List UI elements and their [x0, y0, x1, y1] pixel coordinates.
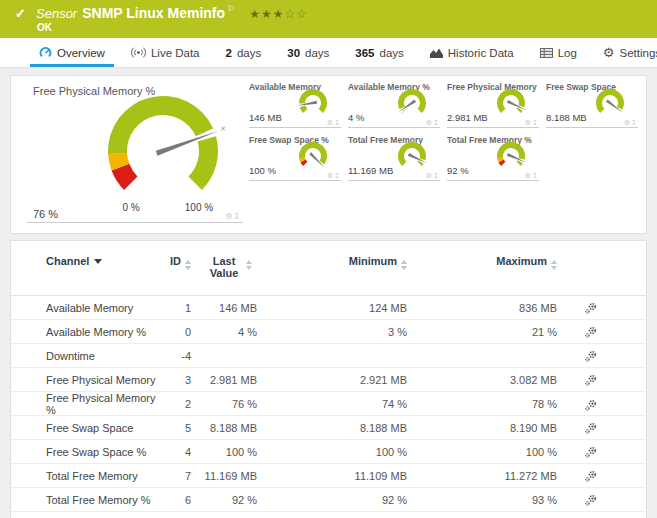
mini-gauge-value: 11.169 MB: [348, 165, 393, 176]
mini-gauge-value: 92 %: [447, 165, 469, 176]
column-header-id[interactable]: ID: [166, 255, 196, 270]
pin-icon[interactable]: ↧: [334, 172, 341, 179]
pin-icon[interactable]: ↧: [532, 172, 539, 179]
channel-table-panel: Channel ID Last Value Minimum Maximum Av…: [10, 240, 647, 518]
gadget-actions[interactable]: ⚙↧: [624, 119, 638, 127]
channel-name-cell: Available Memory: [46, 302, 166, 314]
column-header-minimum[interactable]: Minimum: [262, 255, 412, 270]
table-row: Available Memory 1 146 MB 124 MB 836 MB: [11, 296, 646, 320]
pin-icon[interactable]: ↧: [631, 119, 638, 126]
mini-gauge: [489, 139, 535, 173]
tab-365-days[interactable]: 365 days: [342, 38, 416, 67]
gadget-actions[interactable]: ⚙↧: [426, 172, 440, 180]
edit-channel-button[interactable]: [562, 301, 646, 314]
mini-gauge-value: 4 %: [348, 112, 364, 123]
gadget-actions[interactable]: ⚙↧: [327, 172, 341, 180]
tab-settings[interactable]: ⚙ Settings: [590, 38, 657, 67]
edit-channel-button[interactable]: [562, 397, 646, 410]
channel-name-cell: Available Memory %: [46, 326, 166, 338]
gadget-actions[interactable]: ⚙↧: [327, 119, 341, 127]
tab-overview[interactable]: Overview: [26, 38, 118, 67]
tab-live-data[interactable]: Live Data: [118, 38, 213, 67]
mini-gauge-value: 8.188 MB: [546, 112, 587, 123]
priority-stars[interactable]: ★★★☆☆: [249, 7, 308, 21]
column-header-channel[interactable]: Channel: [46, 255, 166, 267]
table-row: Free Swap Space 5 8.188 MB 8.188 MB 8.19…: [11, 416, 646, 440]
column-header-maximum[interactable]: Maximum: [412, 255, 562, 270]
gadget-actions[interactable]: ⚙↧: [225, 212, 241, 221]
edit-channel-button[interactable]: [562, 493, 646, 506]
tab-log[interactable]: Log: [527, 38, 590, 67]
mini-gauge-value: 146 MB: [249, 112, 282, 123]
channel-name-cell: Free Physical Memory %: [46, 392, 166, 416]
column-header-last-value[interactable]: Last Value: [196, 255, 262, 279]
mini-gauge: [390, 86, 436, 120]
channel-name-cell: Downtime: [46, 350, 166, 362]
log-table-icon: [540, 48, 553, 58]
maximum-cell: 100 %: [412, 446, 562, 458]
tab-label: Settings: [619, 47, 657, 59]
table-body: Available Memory 1 146 MB 124 MB 836 MB …: [11, 296, 646, 512]
edit-channel-button[interactable]: [562, 421, 646, 434]
sort-icon: [551, 260, 557, 270]
gadget-actions[interactable]: ⚙↧: [525, 119, 539, 127]
mini-gauge-cell: Total Free Memory % 92 % ⚙↧: [447, 134, 539, 181]
mini-gauge: [291, 86, 337, 120]
sort-icon: [246, 260, 252, 270]
id-cell: 2: [166, 398, 196, 410]
edit-channel-button[interactable]: [562, 373, 646, 386]
pin-icon[interactable]: ↧: [334, 119, 341, 126]
priority-flag-icon: ⚐: [227, 4, 235, 14]
table-row: Free Swap Space % 4 100 % 100 % 100 %: [11, 440, 646, 464]
id-cell: -4: [166, 350, 196, 362]
edit-channel-button[interactable]: [562, 325, 646, 338]
broadcast-icon: [131, 47, 146, 58]
sensor-status-text: OK: [37, 22, 52, 33]
gear-icon: ⚙: [603, 46, 615, 59]
minimum-cell: 92 %: [262, 494, 412, 506]
minimum-cell: 3 %: [262, 326, 412, 338]
gauges-panel: Free Physical Memory % ✕ 0 % 100 % 76 % …: [10, 75, 647, 234]
gadget-actions[interactable]: ⚙↧: [525, 172, 539, 180]
channel-settings-gear-icon: [585, 494, 597, 506]
mini-gauge: [588, 86, 634, 120]
pin-icon[interactable]: ↧: [433, 172, 440, 179]
id-cell: 0: [166, 326, 196, 338]
last-value-cell: 2.981 MB: [196, 374, 262, 386]
tab-2-days[interactable]: 2 days: [213, 38, 275, 67]
channel-settings-gear-icon: [585, 399, 597, 411]
last-value-cell: 4 %: [196, 326, 262, 338]
table-row: Free Physical Memory 3 2.981 MB 2.921 MB…: [11, 368, 646, 392]
last-value-cell: 92 %: [196, 494, 262, 506]
last-value-cell: 146 MB: [196, 302, 262, 314]
pin-icon[interactable]: ↧: [433, 119, 440, 126]
edit-channel-button[interactable]: [562, 469, 646, 482]
tab-historic-data[interactable]: Historic Data: [417, 38, 527, 67]
maximum-cell: 11.272 MB: [412, 470, 562, 482]
channel-settings-gear-icon: [585, 446, 597, 458]
free-physical-memory-gauge: ✕: [83, 89, 243, 201]
pin-icon[interactable]: ↧: [532, 119, 539, 126]
pin-icon[interactable]: ↧: [233, 212, 241, 221]
minimum-cell: 74 %: [262, 398, 412, 410]
tab-30-days[interactable]: 30 days: [274, 38, 342, 67]
table-row: Downtime -4: [11, 344, 646, 368]
gauge-icon: [39, 46, 52, 59]
tab-label: Historic Data: [448, 47, 514, 59]
column-label: Maximum: [496, 255, 547, 267]
edit-channel-button[interactable]: [562, 445, 646, 458]
id-cell: 1: [166, 302, 196, 314]
svg-text:✕: ✕: [220, 125, 226, 132]
channel-name-cell: Total Free Memory: [46, 470, 166, 482]
tab-label: days: [305, 47, 329, 59]
maximum-cell: 21 %: [412, 326, 562, 338]
main-gauge-value: 76 %: [33, 208, 58, 220]
maximum-cell: 836 MB: [412, 302, 562, 314]
tab-label: Live Data: [151, 47, 200, 59]
edit-channel-button[interactable]: [562, 349, 646, 362]
mini-gauge: [489, 86, 535, 120]
mini-gauge-cell: Free Swap Space 8.188 MB ⚙↧: [546, 81, 638, 128]
mini-gauge-value: 2.981 MB: [447, 112, 488, 123]
gadget-actions[interactable]: ⚙↧: [426, 119, 440, 127]
maximum-cell: 78 %: [412, 398, 562, 410]
